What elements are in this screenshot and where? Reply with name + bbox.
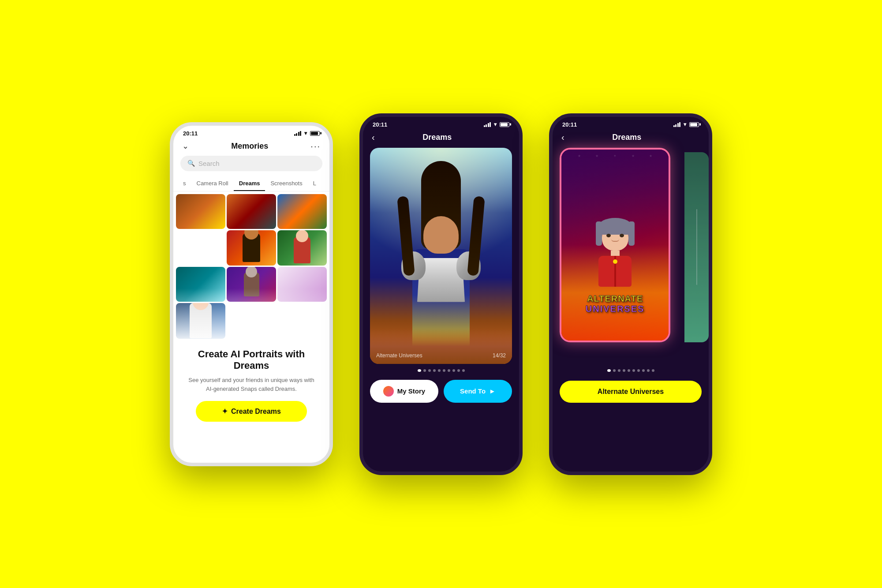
dot-indicators-2	[363, 369, 519, 372]
dreams-header-2: ‹ Dreams	[363, 130, 519, 148]
send-to-button[interactable]: Send To ►	[444, 380, 512, 403]
side-peek	[684, 152, 709, 342]
status-icons-1: ▾	[294, 130, 320, 136]
memories-title: Memories	[231, 142, 268, 151]
dot-1	[418, 369, 421, 372]
tabs-row: s Camera Roll Dreams Screenshots L	[173, 176, 329, 191]
photo-cell-7[interactable]	[176, 267, 225, 302]
photo-cell-5[interactable]	[227, 230, 276, 266]
anime-character	[589, 223, 642, 287]
dot3-6	[632, 369, 635, 372]
dreams-title-3: Dreams	[612, 133, 641, 142]
dot3-7	[637, 369, 640, 372]
send-to-label: Send To	[460, 387, 486, 395]
time-1: 20:11	[183, 130, 198, 137]
search-icon: 🔍	[187, 160, 195, 167]
dot3-8	[642, 369, 645, 372]
more-options-icon[interactable]: ···	[310, 141, 321, 151]
photo-cell-8[interactable]	[227, 267, 276, 302]
cta-description: See yourself and your friends in unique …	[182, 376, 321, 393]
photo-cell-6[interactable]	[277, 230, 327, 266]
wifi-icon-1: ▾	[304, 130, 307, 136]
photo-cell-3[interactable]	[277, 194, 327, 229]
phone-memories: 20:11 ▾ ⌄ Memories ··· 🔍	[170, 122, 333, 466]
alternate-universes-label: Alternate Universes	[598, 388, 664, 395]
dot-5	[438, 369, 441, 372]
alt-universes-text: ALTERNATE UNIVERSES	[586, 294, 645, 314]
status-icons-3: ▾	[673, 121, 699, 127]
create-dreams-label: Create Dreams	[231, 408, 281, 416]
avatar-icon	[383, 386, 394, 397]
time-3: 20:11	[562, 121, 577, 128]
phone-dreams-warrior: 20:11 ▾ ‹ Dreams	[359, 113, 523, 475]
search-placeholder: Search	[198, 160, 220, 167]
signal-icon-3	[673, 122, 681, 127]
dot-3	[428, 369, 431, 372]
dot-7	[448, 369, 450, 372]
dot-2	[423, 369, 426, 372]
my-story-label: My Story	[397, 387, 425, 395]
dot-6	[443, 369, 445, 372]
status-bar-3: 20:11 ▾	[553, 117, 709, 130]
cta-title: Create AI Portraits with Dreams	[182, 348, 321, 372]
my-story-button[interactable]: My Story	[370, 380, 438, 403]
dot3-5	[628, 369, 630, 372]
tab-all[interactable]: s	[178, 176, 191, 191]
photo-cell-4[interactable]	[176, 303, 225, 338]
warrior-image: Alternate Universes 14/32	[370, 148, 512, 364]
dot3-1	[607, 369, 611, 372]
dot-10	[462, 369, 465, 372]
alt-universes-line2: UNIVERSES	[586, 304, 645, 314]
search-bar[interactable]: 🔍 Search	[180, 156, 322, 171]
alt-universes-line1: ALTERNATE	[586, 294, 645, 304]
image-counter: 14/32	[493, 352, 506, 359]
status-bar-1: 20:11 ▾	[173, 126, 329, 139]
phone-dreams-alt-universes: 20:11 ▾ ‹ Dreams	[549, 113, 712, 475]
dot-9	[457, 369, 460, 372]
main-image-container[interactable]: Alternate Universes 14/32	[370, 148, 512, 364]
dot-4	[433, 369, 436, 372]
dot3-9	[647, 369, 650, 372]
battery-icon-3	[689, 122, 699, 127]
image-caption: Alternate Universes	[376, 352, 422, 359]
chevron-down-icon[interactable]: ⌄	[182, 141, 189, 151]
status-icons-2: ▾	[484, 121, 510, 127]
battery-icon-1	[310, 131, 320, 136]
dot3-3	[618, 369, 620, 372]
back-arrow-icon-2[interactable]: ‹	[372, 132, 375, 142]
alt-universes-card[interactable]: ★ ★ ✦ ★ ★	[560, 148, 670, 342]
tab-dreams[interactable]: Dreams	[234, 176, 265, 191]
photo-cell-1[interactable]	[176, 194, 225, 229]
photo-cell-2[interactable]	[227, 194, 276, 229]
signal-icon-2	[484, 122, 491, 127]
signal-icon-1	[294, 131, 302, 136]
battery-icon-2	[500, 122, 509, 127]
tab-screenshots[interactable]: Screenshots	[265, 176, 307, 191]
dot3-10	[652, 369, 654, 372]
tab-camera-roll[interactable]: Camera Roll	[191, 176, 234, 191]
card-area: ★ ★ ✦ ★ ★	[560, 148, 702, 364]
dreams-header-3: ‹ Dreams	[553, 130, 709, 148]
action-buttons: My Story Send To ►	[363, 376, 519, 410]
create-dreams-button[interactable]: ✦ Create Dreams	[196, 401, 306, 422]
sparkle-icon: ✦	[222, 407, 228, 416]
dot3-4	[623, 369, 625, 372]
dot3-2	[613, 369, 616, 372]
alternate-universes-button[interactable]: Alternate Universes	[560, 381, 702, 403]
back-arrow-icon-3[interactable]: ‹	[561, 132, 564, 142]
photo-grid	[173, 191, 329, 341]
cta-section: Create AI Portraits with Dreams See your…	[173, 341, 329, 422]
send-icon: ►	[489, 387, 496, 395]
status-bar-2: 20:11 ▾	[363, 117, 519, 130]
phones-container: 20:11 ▾ ⌄ Memories ··· 🔍	[143, 87, 739, 502]
dot-indicators-3	[553, 369, 709, 372]
wifi-icon-3: ▾	[684, 121, 686, 127]
dreams-title-2: Dreams	[422, 133, 452, 142]
tab-more[interactable]: L	[308, 176, 321, 191]
landscape	[370, 329, 512, 364]
wifi-icon-2: ▾	[494, 121, 497, 127]
memories-header: ⌄ Memories ···	[173, 139, 329, 156]
time-2: 20:11	[373, 121, 387, 128]
dot-8	[452, 369, 455, 372]
photo-cell-9[interactable]	[277, 267, 327, 302]
